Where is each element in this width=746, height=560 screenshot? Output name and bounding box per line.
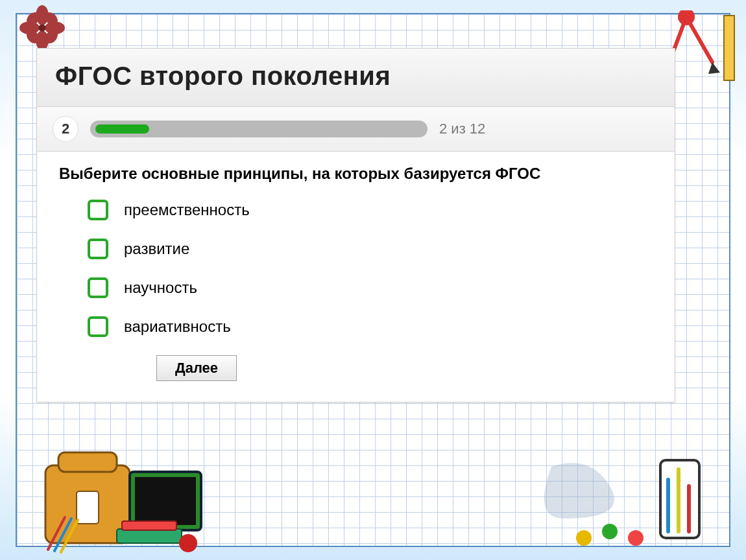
quiz-title: ФГОС второго поколения — [55, 62, 656, 91]
checkbox-icon[interactable] — [88, 239, 108, 259]
progress-bar — [90, 121, 427, 137]
option-2[interactable]: развитие — [88, 239, 653, 259]
checkbox-icon[interactable] — [88, 316, 108, 337]
checkbox-icon[interactable] — [88, 200, 108, 220]
progress-row: 2 2 из 12 — [37, 107, 675, 152]
title-bar: ФГОС второго поколения — [37, 49, 675, 107]
option-label: вариативность — [124, 318, 231, 336]
quiz-panel: ФГОС второго поколения 2 2 из 12 Выберит… — [36, 48, 675, 402]
option-3[interactable]: научность — [88, 277, 653, 298]
question-area: Выберите основные принципы, на которых б… — [37, 152, 675, 402]
option-label: научность — [124, 279, 197, 297]
checkbox-icon[interactable] — [88, 277, 108, 298]
next-button[interactable]: Далее — [156, 355, 237, 381]
option-label: преемственность — [124, 201, 250, 219]
option-4[interactable]: вариативность — [88, 316, 653, 337]
progress-label: 2 из 12 — [439, 121, 485, 137]
question-text: Выберите основные принципы, на которых б… — [59, 165, 653, 183]
progress-fill — [95, 124, 149, 134]
option-1[interactable]: преемственность — [88, 200, 653, 220]
step-number-badge: 2 — [53, 116, 78, 142]
option-label: развитие — [124, 240, 189, 258]
